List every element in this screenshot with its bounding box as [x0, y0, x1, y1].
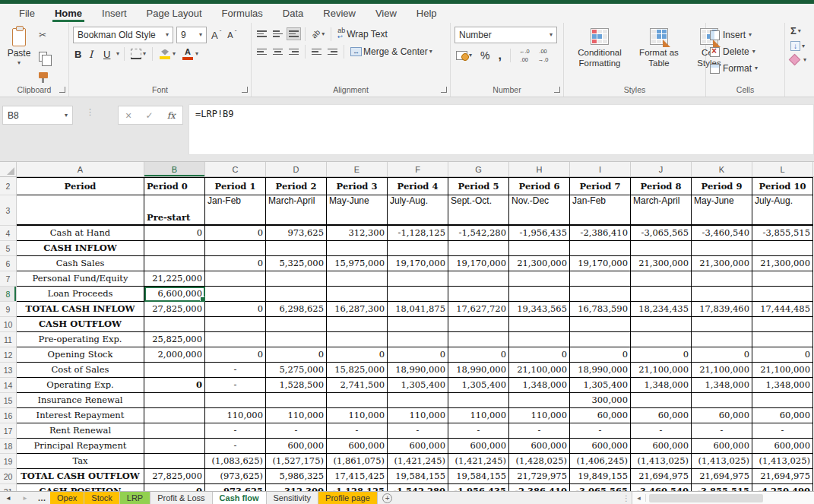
- cell-G15[interactable]: [448, 393, 509, 408]
- cell-I11[interactable]: [570, 332, 631, 347]
- align-right-button[interactable]: [287, 46, 300, 58]
- cell-L10[interactable]: [752, 317, 813, 332]
- cell-D17[interactable]: -: [266, 423, 327, 439]
- formula-input[interactable]: =LRP!B9: [188, 104, 814, 155]
- cell-A15[interactable]: Insurance Renewal: [17, 393, 144, 408]
- row-header-4[interactable]: 4: [0, 226, 17, 241]
- cell-H3[interactable]: Nov.-Dec: [509, 195, 570, 226]
- cell-I19[interactable]: (1,406,245): [570, 454, 631, 469]
- formula-bar-splitter-icon[interactable]: ⋮: [86, 107, 94, 117]
- cell-B14[interactable]: 0: [144, 378, 205, 393]
- cell-G16[interactable]: 110,000: [448, 408, 509, 423]
- cell-B4[interactable]: 0: [144, 226, 205, 241]
- cell-J5[interactable]: [631, 241, 692, 256]
- cell-A14[interactable]: Operating Exp.: [17, 378, 144, 393]
- cell-G12[interactable]: 0: [448, 347, 509, 363]
- menu-tab-page-layout[interactable]: Page Layout: [137, 4, 212, 23]
- cell-G6[interactable]: 19,170,000: [448, 256, 509, 271]
- cell-C13[interactable]: -: [205, 363, 266, 378]
- cell-F4[interactable]: -1,128,125: [388, 226, 448, 241]
- cell-B11[interactable]: 25,825,000: [144, 332, 205, 347]
- italic-button[interactable]: I: [87, 48, 99, 61]
- cell-K21[interactable]: -3,855,515: [692, 484, 752, 491]
- cell-J13[interactable]: 21,100,000: [631, 363, 692, 378]
- cell-G17[interactable]: -: [448, 423, 509, 439]
- cell-B8[interactable]: 6,600,000: [144, 287, 205, 302]
- middle-align-button[interactable]: [271, 28, 284, 40]
- cell-G8[interactable]: [448, 287, 509, 302]
- cell-D8[interactable]: [266, 287, 327, 302]
- cell-K20[interactable]: 21,694,975: [692, 469, 752, 484]
- cell-A9[interactable]: TOTAL CASH INFLOW: [17, 302, 144, 317]
- cell-J17[interactable]: -: [631, 423, 692, 439]
- column-header-H[interactable]: H: [509, 162, 570, 176]
- cell-L6[interactable]: 21,300,000: [752, 256, 813, 271]
- cell-B9[interactable]: 27,825,000: [144, 302, 205, 317]
- cell-I14[interactable]: 1,305,400: [570, 378, 631, 393]
- cell-F19[interactable]: (1,421,245): [388, 454, 448, 469]
- insert-cells-button[interactable]: Insert▾: [710, 27, 781, 43]
- fill-color-button[interactable]: ▾: [157, 49, 177, 60]
- sheet-tab-profile-page[interactable]: Profile page: [318, 492, 378, 504]
- select-all-corner[interactable]: [0, 162, 17, 176]
- row-header-12[interactable]: 12: [0, 347, 17, 363]
- cell-C14[interactable]: -: [205, 378, 266, 393]
- delete-cells-button[interactable]: Delete▾: [710, 43, 781, 60]
- menu-tab-home[interactable]: Home: [45, 4, 92, 23]
- row-header-19[interactable]: 19: [0, 454, 17, 469]
- cell-F3[interactable]: July-Aug.: [388, 195, 448, 226]
- font-dialog-launcher-icon[interactable]: [242, 87, 248, 93]
- copy-button[interactable]: ▾: [37, 51, 53, 62]
- cell-B3[interactable]: Pre-start: [144, 195, 205, 226]
- cell-F8[interactable]: [388, 287, 448, 302]
- cell-H12[interactable]: 0: [509, 347, 570, 363]
- comma-style-button[interactable]: ,: [496, 48, 502, 63]
- cell-I8[interactable]: [570, 287, 631, 302]
- cut-button[interactable]: ✂: [37, 29, 53, 41]
- cell-A4[interactable]: Cash at Hand: [17, 226, 144, 241]
- orientation-button[interactable]: ab▾: [310, 29, 326, 39]
- cell-J8[interactable]: [631, 287, 692, 302]
- column-header-F[interactable]: F: [388, 162, 448, 176]
- cell-G14[interactable]: 1,305,400: [448, 378, 509, 393]
- cell-A20[interactable]: TOTAL CASH OUTFLOW: [17, 469, 144, 484]
- format-cells-button[interactable]: Format▾: [710, 60, 781, 77]
- cell-E8[interactable]: [327, 287, 388, 302]
- cancel-button[interactable]: ×: [125, 109, 131, 122]
- format-painter-button[interactable]: [37, 71, 53, 79]
- cell-G4[interactable]: -1,542,280: [448, 226, 509, 241]
- row-header-8[interactable]: 8: [0, 287, 17, 302]
- cell-L8[interactable]: [752, 287, 813, 302]
- cell-L15[interactable]: [752, 393, 813, 408]
- cell-K9[interactable]: 17,839,460: [692, 302, 752, 317]
- horizontal-scrollbar[interactable]: ◂: [632, 492, 814, 504]
- cell-L21[interactable]: -4,250,490: [752, 484, 813, 491]
- cell-H10[interactable]: [509, 317, 570, 332]
- cell-B21[interactable]: 0: [144, 484, 205, 491]
- new-sheet-button[interactable]: +: [378, 492, 397, 504]
- increase-indent-button[interactable]: [326, 46, 339, 58]
- cell-E19[interactable]: (1,861,075): [327, 454, 388, 469]
- cell-H6[interactable]: 21,300,000: [509, 256, 570, 271]
- cell-K2[interactable]: Period 9: [692, 177, 752, 195]
- cell-H16[interactable]: 110,000: [509, 408, 570, 423]
- percent-style-button[interactable]: %: [479, 49, 491, 62]
- cell-J7[interactable]: [631, 271, 692, 287]
- cell-D2[interactable]: Period 2: [266, 177, 327, 195]
- cell-K6[interactable]: 21,300,000: [692, 256, 752, 271]
- cell-D10[interactable]: [266, 317, 327, 332]
- enter-button[interactable]: ✓: [145, 110, 153, 121]
- cell-E11[interactable]: [327, 332, 388, 347]
- cell-G18[interactable]: 600,000: [448, 439, 509, 454]
- sheet-tab-profit-loss[interactable]: Profit & Loss: [150, 492, 212, 504]
- cell-G5[interactable]: [448, 241, 509, 256]
- cell-K19[interactable]: (1,413,025): [692, 454, 752, 469]
- bold-button[interactable]: B: [73, 48, 84, 61]
- alignment-dialog-launcher-icon[interactable]: [441, 87, 447, 93]
- cell-F7[interactable]: [388, 271, 448, 287]
- column-header-I[interactable]: I: [570, 162, 631, 176]
- cell-D12[interactable]: 0: [266, 347, 327, 363]
- cell-B5[interactable]: [144, 241, 205, 256]
- cell-I20[interactable]: 19,849,155: [570, 469, 631, 484]
- clear-button[interactable]: ▾: [789, 55, 810, 65]
